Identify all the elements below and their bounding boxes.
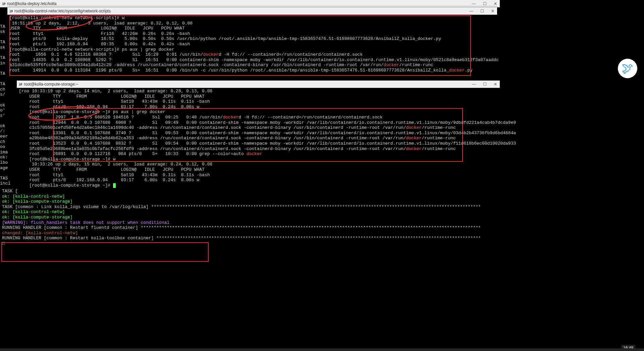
title-back: root@kolla-deploy:/etc/kolla: [7, 1, 472, 6]
titlebar-mid[interactable]: 🖳 root@kolla-control-netw:/etc/sysconfig…: [7, 7, 497, 15]
terminal-mid[interactable]: [root@kolla-control-netw network-scripts…: [7, 15, 497, 74]
putty-icon: 🖳: [19, 82, 22, 86]
maximize-button[interactable]: ☐: [482, 82, 487, 87]
taskbar[interactable]: [0, 348, 644, 351]
window-kolla-control-netw: 🖳 root@kolla-control-netw:/etc/sysconfig…: [7, 7, 497, 74]
titlebar-front[interactable]: 🖳 root@kolla-compute-storage:~ — ☐ ✕: [17, 81, 500, 88]
close-button[interactable]: ✕: [493, 1, 498, 6]
close-button[interactable]: ✕: [493, 82, 498, 87]
minimize-button[interactable]: —: [472, 1, 476, 6]
xunlei-icon[interactable]: 🕊: [618, 59, 637, 78]
terminal-background-ansible[interactable]: TASK [ok: [kolla-control-netw]ok: [kolla…: [0, 188, 500, 247]
titlebar-back[interactable]: 🖳 root@kolla-deploy:/etc/kolla — ☐ ✕: [0, 0, 500, 7]
close-button[interactable]: ✕: [490, 9, 495, 13]
maximize-button[interactable]: ☐: [482, 1, 487, 6]
window-kolla-compute-storage: 🖳 root@kolla-compute-storage:~ — ☐ ✕ [ro…: [17, 81, 500, 189]
title-front: root@kolla-compute-storage:~: [24, 82, 472, 87]
bird-icon: 🕊: [622, 62, 633, 76]
minimize-button[interactable]: —: [469, 9, 474, 13]
terminal-front[interactable]: [roo 10:33:19 up 2 days, 14 min, 2 users…: [17, 88, 500, 189]
minimize-button[interactable]: —: [472, 82, 476, 87]
maximize-button[interactable]: ☐: [480, 9, 484, 13]
putty-icon: 🖳: [2, 2, 6, 6]
title-mid: root@kolla-control-netw:/etc/sysconfig/n…: [14, 9, 469, 13]
putty-icon: 🖳: [9, 9, 13, 13]
